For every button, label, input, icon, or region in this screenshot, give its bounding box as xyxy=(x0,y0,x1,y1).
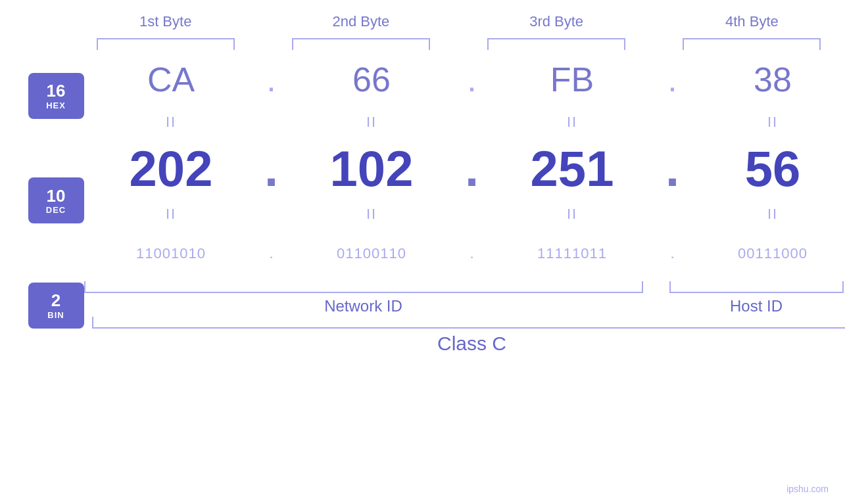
hex-val-2: 66 xyxy=(285,60,459,99)
bin-val-1: 11001010 xyxy=(84,245,258,262)
bin-val-3: 11111011 xyxy=(485,245,660,262)
host-id-label: Host ID xyxy=(730,297,783,315)
bin-badge: 2 BIN xyxy=(28,283,84,329)
byte-label-3: 3rd Byte xyxy=(471,13,641,30)
bracket-1 xyxy=(81,38,251,50)
network-host-brackets: Network ID Host ID xyxy=(84,281,846,315)
values-section: 16 HEX 10 DEC 2 BIN CA . xyxy=(28,50,817,355)
byte-label-2: 2nd Byte xyxy=(276,13,446,30)
dec-dot-3: . xyxy=(660,140,686,197)
bin-val-2: 01100110 xyxy=(285,245,459,262)
hex-dot-1: . xyxy=(258,60,285,99)
bracket-2 xyxy=(276,38,446,50)
byte-label-4: 4th Byte xyxy=(667,13,836,30)
base-badges: 16 HEX 10 DEC 2 BIN xyxy=(28,50,84,355)
network-id-section: Network ID xyxy=(84,281,643,315)
dec-val-1: 202 xyxy=(84,140,258,197)
dec-dot-1: . xyxy=(258,140,285,197)
hex-row: CA . 66 . FB . 38 xyxy=(84,50,846,109)
bin-dot-1: . xyxy=(258,245,285,262)
values-grid: CA . 66 . FB . 38 xyxy=(84,50,846,355)
host-id-section: Host ID xyxy=(669,281,844,315)
footer-text: ipshu.com xyxy=(786,484,829,494)
footer: ipshu.com xyxy=(786,484,829,494)
equals-row-1: II II II II xyxy=(84,109,846,135)
class-section: Class C xyxy=(84,317,846,355)
bracket-4 xyxy=(667,38,836,50)
bracket-3 xyxy=(471,38,641,50)
hex-val-4: 38 xyxy=(686,60,846,99)
class-label: Class C xyxy=(437,332,506,355)
hex-val-1: CA xyxy=(84,60,258,99)
dec-badge: 10 DEC xyxy=(28,177,84,223)
bin-row: 11001010 . 01100110 . 11111011 . xyxy=(84,227,846,280)
bin-dot-2: . xyxy=(459,245,485,262)
bin-dot-3: . xyxy=(660,245,686,262)
equals-row-2: II II II II xyxy=(84,201,846,227)
dec-val-3: 251 xyxy=(485,140,660,197)
dec-row: 202 . 102 . 251 . 56 xyxy=(84,135,846,201)
byte-label-1: 1st Byte xyxy=(81,13,251,30)
dec-val-4: 56 xyxy=(686,140,846,197)
hex-badge: 16 HEX xyxy=(28,73,84,119)
network-id-label: Network ID xyxy=(324,297,402,315)
hex-val-3: FB xyxy=(485,60,660,99)
main-container: 1st Byte 2nd Byte 3rd Byte 4th Byte xyxy=(0,0,845,504)
dec-val-2: 102 xyxy=(285,140,459,197)
bin-val-4: 00111000 xyxy=(686,245,846,262)
hex-dot-3: . xyxy=(660,60,686,99)
dec-dot-2: . xyxy=(459,140,485,197)
hex-dot-2: . xyxy=(459,60,485,99)
